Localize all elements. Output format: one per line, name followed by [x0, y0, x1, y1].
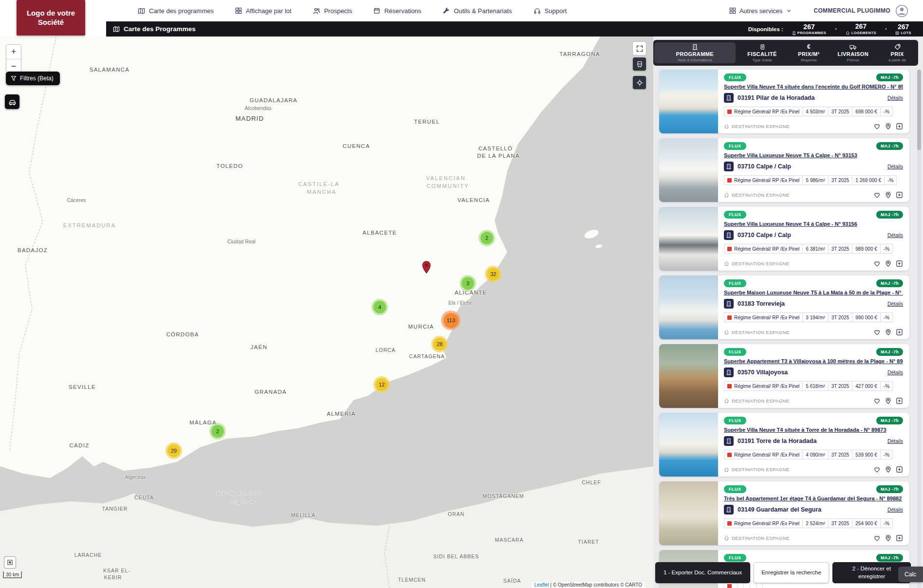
availability-counters: Disponibles : 267 PROGRAMMES • 267 LOGEM… [748, 23, 911, 35]
favorite-heart-icon[interactable] [873, 466, 881, 473]
map-cluster-marker[interactable]: 29 [166, 442, 182, 459]
filter-funnel-icon [11, 75, 17, 81]
program-card[interactable]: FLUX MAJ -7h Superbe Maison Luxueuse Neu… [659, 276, 909, 339]
cluster-count: 2 [480, 232, 493, 244]
favorite-heart-icon[interactable] [873, 260, 881, 267]
vehicle-layer-button[interactable] [5, 94, 19, 109]
maj-badge: MAJ -7h [876, 348, 903, 356]
add-plus-square-icon[interactable] [896, 191, 903, 199]
nav-item-prospects[interactable]: Prospects [313, 7, 352, 15]
calculator-drawer-button[interactable]: Calc [898, 567, 923, 582]
counter-programmes: 267 PROGRAMMES [792, 23, 826, 35]
transport-layer-button[interactable] [633, 57, 646, 71]
program-card[interactable]: FLUX MAJ -7h Superbe Appartement T3 à Vi… [659, 344, 909, 408]
save-search-button[interactable]: Enregistrer la recherche [754, 562, 829, 583]
details-link[interactable]: Détails [887, 438, 903, 444]
leaflet-link[interactable]: Leaflet [534, 582, 549, 588]
fiscal-regime-cell: Régime Général/ RP /Ex Pinel [724, 450, 803, 459]
program-title-link[interactable]: Superbe Villa Neuve T4 située à Torre de… [724, 427, 903, 433]
nav-item-label: Outils & Partenariats [454, 7, 512, 15]
program-card[interactable]: FLUX MAJ -7h Superbe Villa Neuve T4 situ… [659, 70, 909, 133]
account-menu[interactable]: COMMERCIAL PLUGIMMO [814, 4, 908, 18]
counter-label: PROGRAMMES [797, 31, 826, 35]
sort-column-prix-m2[interactable]: € PRIX/M² Moyenne [788, 40, 830, 66]
program-title-link[interactable]: Très bel Appartement 1er étage T4 à Guar… [724, 496, 903, 501]
fiscal-color-dot [727, 247, 732, 251]
counter-label: LOGEMENTS [851, 31, 876, 35]
details-link[interactable]: Détails [887, 232, 903, 238]
autres-services-menu[interactable]: Autres services [729, 7, 792, 15]
program-title-link[interactable]: Superbe Villa Luxueuse Neuve T4 à Calpe … [724, 221, 903, 227]
minimap-toggle-button[interactable] [4, 556, 16, 569]
sort-column-fiscalite[interactable]: FISCALITÉ Type d'aide [737, 40, 788, 66]
favorite-heart-icon[interactable] [873, 534, 881, 542]
map-cluster-marker[interactable]: 4 [371, 299, 388, 315]
program-card[interactable]: FLUX MAJ -7h Superbe Villa Luxueuse Neuv… [659, 138, 909, 202]
favorite-heart-icon[interactable] [873, 191, 881, 199]
map-cluster-marker[interactable]: 113 [441, 311, 461, 330]
program-title-link[interactable]: Superbe Villa Luxueuse Neuve T5 à Calpe … [724, 152, 903, 158]
dot-separator: • [835, 26, 837, 32]
favorite-heart-icon[interactable] [873, 123, 881, 130]
locate-on-map-pin-icon[interactable] [885, 397, 892, 404]
map-cluster-marker[interactable]: 28 [431, 336, 448, 352]
details-link[interactable]: Détails [887, 507, 903, 513]
sort-label: LIVRAISON [838, 51, 869, 57]
add-plus-square-icon[interactable] [896, 123, 903, 130]
fiscal-regime: Régime Général/ RP /Ex Pinel [734, 452, 799, 458]
program-card[interactable]: FLUX MAJ -7h Superbe Villa Luxueuse Neuv… [659, 207, 909, 271]
nav-item-support[interactable]: Support [534, 7, 567, 15]
export-doc-button[interactable]: 1 - Exporter Doc. Commerciaux [655, 562, 750, 583]
program-title-link[interactable]: Superbe Appartement T3 à Villajoyosa à 1… [724, 358, 903, 364]
map-cluster-marker[interactable]: 2 [209, 423, 226, 440]
account-label: COMMERCIAL PLUGIMMO [814, 7, 890, 14]
sort-column-livraison[interactable]: LIVRAISON Prévue [830, 40, 876, 66]
add-plus-square-icon[interactable] [896, 397, 903, 404]
locate-on-map-pin-icon[interactable] [885, 329, 892, 336]
program-photo [659, 138, 718, 202]
favorite-heart-icon[interactable] [873, 329, 881, 336]
building-icon [724, 368, 734, 377]
sort-column-programme[interactable]: PROGRAMME Nom & informations [654, 42, 736, 63]
sort-column-prix[interactable]: PRIX à partir de [876, 40, 918, 66]
nav-item-reservations[interactable]: Réservations [373, 7, 421, 15]
locate-on-map-pin-icon[interactable] [885, 260, 892, 267]
add-plus-square-icon[interactable] [896, 329, 903, 336]
locate-on-map-pin-icon[interactable] [885, 191, 892, 199]
locate-on-map-pin-icon[interactable] [885, 466, 892, 473]
add-plus-square-icon[interactable] [896, 534, 903, 542]
filters-button[interactable]: Filtres (Beta) [6, 72, 60, 85]
maj-badge: MAJ -7h [876, 74, 903, 81]
details-link[interactable]: Détails [887, 369, 903, 375]
fullscreen-button[interactable] [632, 41, 646, 55]
nav-item-affichage-par-lot[interactable]: Affichage par lot [235, 7, 292, 15]
map-cluster-marker[interactable]: 32 [485, 266, 501, 282]
nav-item-outils-partenariats[interactable]: Outils & Partenariats [443, 7, 512, 15]
nav-item-carte-des-programmes[interactable]: Carte des programmes [138, 7, 214, 15]
map-canvas[interactable]: SALAMANCA GUADALAJARA Alcobendas MADRID … [0, 37, 653, 588]
favorite-heart-icon[interactable] [873, 397, 881, 404]
locate-on-map-pin-icon[interactable] [885, 534, 892, 542]
panel-scrollbar-thumb[interactable] [917, 70, 921, 150]
program-attributes: Régime Général/ RP /Ex Pinel 6 381/m² 3T… [724, 244, 903, 254]
zoom-in-button[interactable]: + [6, 45, 21, 59]
geolocate-button[interactable] [633, 76, 646, 89]
locate-on-map-pin-icon[interactable] [885, 123, 892, 130]
program-card[interactable]: FLUX MAJ -7h Superbe Villa Neuve T4 situ… [659, 413, 909, 477]
map-pin[interactable] [422, 261, 431, 274]
program-card[interactable]: FLUX MAJ -7h Très bel Appartement 1er ét… [659, 481, 909, 545]
map-cluster-marker[interactable]: 3 [460, 275, 476, 292]
map-scale: 30 km [3, 571, 22, 578]
program-title-link[interactable]: Superbe Villa Neuve T4 située dans l'enc… [724, 84, 903, 90]
truck-icon [849, 43, 857, 50]
add-plus-square-icon[interactable] [896, 260, 903, 267]
program-title-link[interactable]: Superbe Maison Luxueuse Neuve T5 à La Ma… [724, 290, 903, 295]
users-icon [313, 7, 320, 15]
details-link[interactable]: Détails [887, 95, 903, 101]
details-link[interactable]: Détails [887, 164, 903, 169]
delivery-cell: 3T 2025 [828, 107, 853, 116]
map-cluster-marker[interactable]: 2 [479, 230, 495, 246]
details-link[interactable]: Détails [887, 301, 903, 307]
map-cluster-marker[interactable]: 12 [373, 376, 390, 393]
add-plus-square-icon[interactable] [896, 466, 903, 473]
